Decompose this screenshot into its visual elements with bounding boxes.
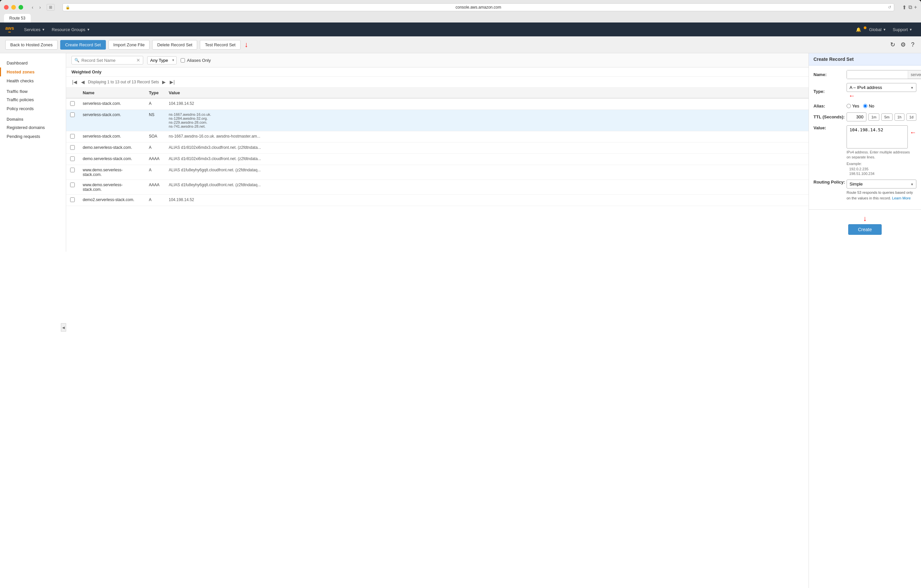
browser-minimize-btn[interactable] — [11, 5, 16, 10]
browser-tab[interactable]: Route 53 — [4, 14, 31, 23]
alias-value-wrap: Yes No — [846, 104, 916, 109]
name-form-row: Name: serverless-stack.com. — [814, 70, 916, 79]
alias-yes-label[interactable]: Yes — [846, 104, 859, 109]
ttl-input[interactable] — [846, 112, 866, 121]
value-example-1: 192.0.2.235 — [846, 167, 916, 171]
type-select[interactable]: A – IPv4 address AAAA – IPv6 address CNA… — [846, 83, 916, 92]
global-nav-item[interactable]: Global ▼ — [866, 27, 889, 32]
refresh-icon[interactable]: ↻ — [889, 40, 897, 50]
ttl-5m-btn[interactable]: 5m — [881, 114, 892, 121]
resize-icon[interactable]: ⧉ — [908, 4, 912, 11]
sidebar-item-dashboard[interactable]: Dashboard — [0, 58, 66, 67]
ttl-1d-btn[interactable]: 1d — [906, 114, 916, 121]
new-tab-icon[interactable]: + — [914, 4, 917, 11]
row-checkbox[interactable] — [70, 145, 75, 150]
table-info: |◀ ◀ Displaying 1 to 13 out of 13 Record… — [66, 77, 809, 88]
row-checkbox[interactable] — [70, 197, 75, 202]
routing-policy-select[interactable]: Simple Weighted Latency Failover Geoloca… — [846, 180, 916, 188]
global-chevron-icon: ▼ — [883, 28, 886, 31]
name-value-wrap: serverless-stack.com. — [846, 70, 921, 79]
browser-forward-btn[interactable]: › — [37, 4, 43, 11]
weighted-only-label: Weighted Only — [66, 67, 809, 77]
create-button[interactable]: Create — [848, 224, 881, 235]
table-next-page-btn[interactable]: ▶ — [161, 80, 166, 84]
share-icon[interactable]: ⬆ — [902, 4, 906, 11]
sidebar-collapse-btn[interactable]: ◀ — [61, 323, 66, 332]
browser-fullscreen-btn[interactable] — [18, 5, 23, 10]
col-name-header[interactable]: Name — [79, 88, 145, 98]
alias-no-label[interactable]: No — [863, 104, 874, 109]
col-type-header[interactable]: Type — [145, 88, 165, 98]
learn-more-link[interactable]: Learn More — [892, 196, 911, 200]
row-checkbox[interactable] — [70, 156, 75, 161]
create-record-set-button[interactable]: Create Record Set — [60, 40, 106, 50]
browser-close-btn[interactable] — [4, 5, 8, 10]
table-prev-page-btn[interactable]: ◀ — [80, 80, 85, 84]
ttl-form-row: TTL (Seconds): 1m 5m 1h 1d — [814, 112, 916, 121]
row-type: AAAA — [145, 180, 165, 195]
ttl-1h-btn[interactable]: 1h — [895, 114, 905, 121]
search-clear-icon[interactable]: ✕ — [136, 58, 140, 63]
traffic-flow-section: Traffic flow — [0, 85, 66, 95]
sidebar-item-health-checks[interactable]: Health checks — [0, 76, 66, 85]
row-name: serverless-stack.com. — [79, 110, 145, 131]
reload-icon[interactable]: ↺ — [888, 5, 891, 10]
name-suffix: serverless-stack.com. — [908, 71, 921, 79]
name-input[interactable] — [847, 70, 908, 79]
table-display-info: Displaying 1 to 13 out of 13 Record Sets — [88, 80, 159, 84]
app: aws ▬ Services ▼ Resource Groups ▼ 🔔 Glo… — [0, 23, 921, 588]
notifications-bell-icon[interactable]: 🔔 — [853, 27, 866, 32]
domains-section: Domains — [0, 113, 66, 123]
alias-no-radio[interactable] — [863, 104, 867, 108]
row-checkbox[interactable] — [70, 134, 75, 138]
import-zone-file-button[interactable]: Import Zone File — [109, 40, 150, 50]
alias-label: Alias: — [814, 104, 846, 109]
search-input[interactable] — [81, 58, 134, 63]
row-checkbox[interactable] — [70, 182, 75, 187]
services-nav-item[interactable]: Services ▼ — [21, 27, 48, 32]
filter-bar: 🔍 ✕ Any Type A AAAA CNAME MX NS SOA — [66, 53, 809, 67]
table-row: www.demo.serverless-stack.com.AALIAS d1f… — [66, 165, 809, 180]
url-text: console.aws.amazon.com — [456, 5, 501, 10]
address-bar[interactable]: 🔒 console.aws.amazon.com ↺ — [62, 3, 894, 11]
row-checkbox[interactable] — [70, 168, 75, 172]
sidebar-wrapper: Dashboard Hosted zones Health checks Tra… — [0, 53, 66, 588]
panel-footer: ↓ Create — [809, 210, 921, 239]
test-record-set-button[interactable]: Test Record Set — [200, 40, 241, 50]
row-checkbox[interactable] — [70, 112, 75, 117]
browser-back-btn[interactable]: ‹ — [30, 4, 36, 11]
sidebar-item-policy-records[interactable]: Policy records — [0, 104, 66, 113]
sidebar-item-registered-domains[interactable]: Registered domains — [0, 123, 66, 132]
row-type: NS — [145, 110, 165, 131]
routing-policy-note: Route 53 responds to queries based only … — [846, 190, 916, 201]
row-checkbox[interactable] — [70, 101, 75, 106]
sidebar-item-pending-requests[interactable]: Pending requests — [0, 132, 66, 141]
aliases-only-checkbox[interactable] — [181, 58, 185, 62]
browser-chrome: ‹ › ⊞ 🔒 console.aws.amazon.com ↺ ⬆ ⧉ + R… — [0, 0, 921, 23]
help-icon[interactable]: ? — [910, 40, 916, 50]
settings-icon[interactable]: ⚙ — [899, 40, 907, 50]
value-example-2: 198.51.100.234 — [846, 172, 916, 175]
resource-groups-nav-item[interactable]: Resource Groups ▼ — [48, 27, 93, 32]
routing-policy-value-wrap: Simple Weighted Latency Failover Geoloca… — [846, 180, 916, 201]
delete-record-set-button[interactable]: Delete Record Set — [152, 40, 197, 50]
browser-tab-icon[interactable]: ⊞ — [47, 4, 55, 11]
table-last-page-btn[interactable]: ▶| — [169, 80, 175, 84]
search-wrap: 🔍 ✕ — [72, 56, 143, 65]
aliases-only-label[interactable]: Aliases Only — [181, 58, 211, 63]
routing-policy-label: Routing Policy: — [814, 180, 846, 185]
sidebar-item-hosted-zones[interactable]: Hosted zones — [0, 67, 66, 76]
back-to-hosted-zones-button[interactable]: Back to Hosted Zones — [5, 40, 57, 50]
col-value-header[interactable]: Value — [165, 88, 809, 98]
ttl-1m-btn[interactable]: 1m — [868, 114, 879, 121]
value-textarea[interactable]: 104.198.14.52 — [846, 125, 908, 148]
table-first-page-btn[interactable]: |◀ — [72, 80, 78, 84]
type-value-wrap: A – IPv4 address AAAA – IPv6 address CNA… — [846, 83, 916, 99]
sidebar-item-traffic-policies[interactable]: Traffic policies — [0, 95, 66, 104]
type-filter-select[interactable]: Any Type A AAAA CNAME MX NS SOA TXT — [147, 56, 177, 65]
resource-groups-chevron-icon: ▼ — [87, 28, 90, 31]
row-value: ns-1667.awsdns-16.co.uk. ns-1284.awsdns-… — [165, 110, 809, 131]
row-type: A — [145, 165, 165, 180]
alias-yes-radio[interactable] — [846, 104, 851, 108]
support-nav-item[interactable]: Support ▼ — [890, 27, 916, 32]
